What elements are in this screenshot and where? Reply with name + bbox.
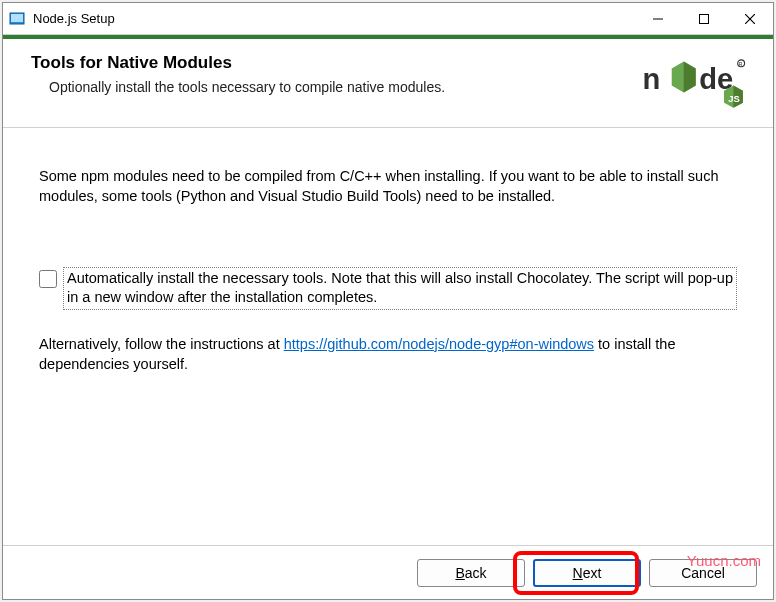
window-title: Node.js Setup	[33, 11, 635, 26]
minimize-button[interactable]	[635, 3, 681, 34]
svg-marker-8	[684, 62, 696, 93]
auto-install-row: Automatically install the necessary tool…	[39, 267, 737, 310]
back-button[interactable]: Back	[417, 559, 525, 587]
nodejs-logo: n de JS R	[639, 53, 749, 113]
app-icon	[9, 11, 25, 27]
auto-install-checkbox[interactable]	[39, 270, 57, 288]
alt-prefix: Alternatively, follow the instructions a…	[39, 336, 284, 352]
auto-install-label[interactable]: Automatically install the necessary tool…	[63, 267, 737, 310]
svg-rect-3	[700, 14, 709, 23]
alternative-text: Alternatively, follow the instructions a…	[39, 334, 737, 375]
next-button[interactable]: Next	[533, 559, 641, 587]
intro-text: Some npm modules need to be compiled fro…	[39, 166, 737, 207]
window-controls	[635, 3, 773, 34]
svg-rect-1	[11, 14, 23, 22]
installer-window: Node.js Setup Tools for Native Modules O…	[2, 2, 774, 600]
svg-text:n: n	[643, 63, 661, 95]
wizard-footer: Back Next Cancel	[3, 545, 773, 599]
page-title: Tools for Native Modules	[31, 53, 445, 73]
page-subtitle: Optionally install the tools necessary t…	[49, 79, 445, 95]
wizard-content: Some npm modules need to be compiled fro…	[3, 128, 773, 545]
svg-text:R: R	[739, 61, 743, 67]
maximize-button[interactable]	[681, 3, 727, 34]
wizard-header: Tools for Native Modules Optionally inst…	[3, 39, 773, 128]
cancel-button[interactable]: Cancel	[649, 559, 757, 587]
node-gyp-link[interactable]: https://github.com/nodejs/node-gyp#on-wi…	[284, 336, 594, 352]
titlebar: Node.js Setup	[3, 3, 773, 35]
close-button[interactable]	[727, 3, 773, 34]
header-text: Tools for Native Modules Optionally inst…	[31, 53, 445, 95]
svg-text:JS: JS	[728, 93, 740, 104]
